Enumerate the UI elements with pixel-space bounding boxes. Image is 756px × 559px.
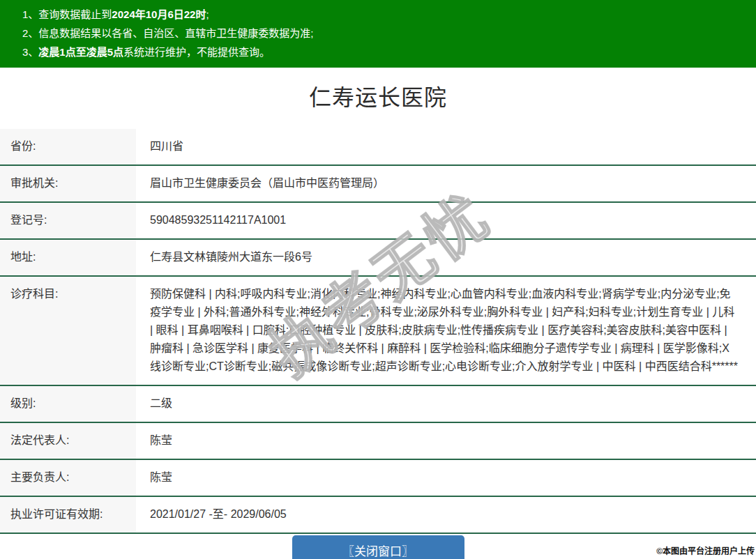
notice-text: 系统进行维护，不能提供查询。 — [123, 46, 270, 58]
notice-line-3: 3、凌晨1点至凌晨5点系统进行维护，不能提供查询。 — [22, 43, 749, 61]
notice-number: 3、 — [22, 46, 38, 58]
notice-number: 1、 — [22, 8, 38, 20]
row-label: 审批机关: — [0, 165, 136, 202]
row-value: 预防保健科 | 内科;呼吸内科专业;消化内科专业;神经内科专业;心血管内科专业;… — [136, 276, 756, 385]
notice-text-bold: 2024年10月6日22时 — [112, 8, 206, 20]
row-label: 主要负责人: — [0, 459, 136, 496]
row-value: 仁寿县文林镇陵州大道东一段6号 — [136, 239, 756, 276]
row-value: 四川省 — [136, 129, 756, 165]
notice-text: 信息数据结果以各省、自治区、直辖市卫生健康委数据为准; — [38, 27, 313, 39]
table-row-legal-representative: 法定代表人: 陈莹 — [0, 422, 756, 459]
row-label: 诊疗科目: — [0, 276, 136, 385]
page-title: 仁寿运长医院 — [0, 68, 756, 129]
close-window-button[interactable]: 〖关闭窗口〗 — [292, 535, 464, 559]
table-row-registration-number: 登记号: 59048593251142117A1001 — [0, 202, 756, 239]
table-row-level: 级别: 二级 — [0, 385, 756, 422]
notice-text: 查询数据截止到 — [38, 8, 112, 20]
row-value: 陈莹 — [136, 422, 756, 459]
notice-bar: 1、查询数据截止到2024年10月6日22时; 2、信息数据结果以各省、自治区、… — [0, 0, 756, 68]
table-row-license-validity: 执业许可证有效期: 2021/01/27 -至- 2029/06/05 — [0, 496, 756, 533]
row-label: 登记号: — [0, 202, 136, 239]
table-row-province: 省份: 四川省 — [0, 129, 756, 165]
row-value: 陈莹 — [136, 459, 756, 496]
notice-line-1: 1、查询数据截止到2024年10月6日22时; — [22, 5, 749, 24]
row-label: 执业许可证有效期: — [0, 496, 136, 533]
row-label: 级别: — [0, 385, 136, 422]
row-label: 省份: — [0, 129, 136, 165]
hospital-info-table: 省份: 四川省 审批机关: 眉山市卫生健康委员会（眉山市中医药管理局） 登记号:… — [0, 129, 756, 534]
row-label: 地址: — [0, 239, 136, 276]
notice-number: 2、 — [22, 27, 38, 39]
table-row-main-responsible-person: 主要负责人: 陈莹 — [0, 459, 756, 496]
table-row-diagnosis-subjects: 诊疗科目: 预防保健科 | 内科;呼吸内科专业;消化内科专业;神经内科专业;心血… — [0, 276, 756, 385]
table-row-address: 地址: 仁寿县文林镇陵州大道东一段6号 — [0, 239, 756, 276]
notice-text-bold: 凌晨1点至凌晨5点 — [38, 46, 123, 58]
copyright-note: ©本图由平台注册用户上传 — [656, 544, 755, 556]
row-label: 法定代表人: — [0, 422, 136, 459]
row-value: 二级 — [136, 385, 756, 422]
button-row: 〖关闭窗口〗 — [0, 535, 756, 559]
row-value: 眉山市卫生健康委员会（眉山市中医药管理局） — [136, 165, 756, 202]
table-row-approval-authority: 审批机关: 眉山市卫生健康委员会（眉山市中医药管理局） — [0, 165, 756, 202]
row-value: 59048593251142117A1001 — [136, 202, 756, 239]
notice-line-2: 2、信息数据结果以各省、自治区、直辖市卫生健康委数据为准; — [22, 24, 749, 43]
notice-text: ; — [206, 8, 209, 20]
row-value: 2021/01/27 -至- 2029/06/05 — [136, 496, 756, 533]
